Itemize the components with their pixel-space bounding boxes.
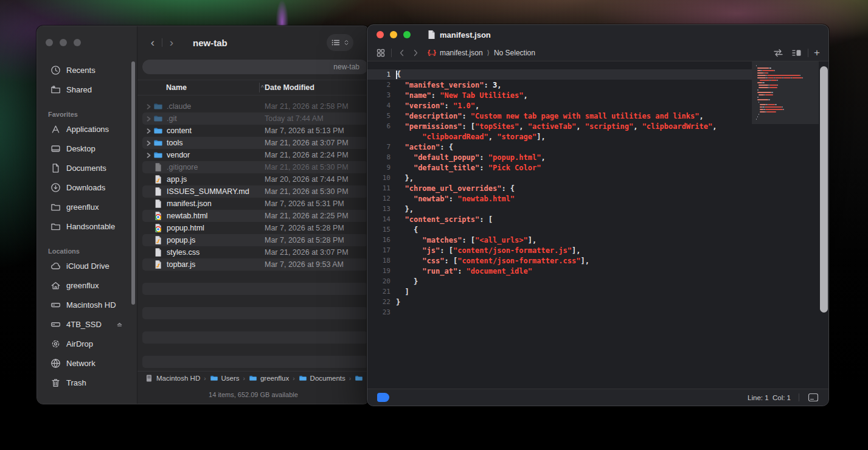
file-row-popup-js[interactable]: popup.jsMar 7, 2026 at 5:28 PM xyxy=(137,234,369,246)
code-line[interactable]: 3 "name": "New Tab Utilities", xyxy=(367,90,752,100)
code-line-current[interactable]: 1{ xyxy=(367,69,752,80)
file-row-newtab-html[interactable]: newtab.htmlMar 21, 2026 at 2:25 PM xyxy=(137,210,369,222)
column-divider[interactable] xyxy=(259,83,260,92)
new-tab-button[interactable]: + xyxy=(814,47,820,59)
sidebar-item-greenflux[interactable]: greenflux xyxy=(37,197,132,216)
disclosure-chevron-icon[interactable] xyxy=(146,153,152,158)
path-item-macintosh-hd[interactable]: Macintosh HD xyxy=(145,374,200,382)
close-button[interactable] xyxy=(377,31,384,38)
sidebar-item-label: Macintosh HD xyxy=(66,300,116,310)
code-line[interactable]: 22} xyxy=(367,297,752,307)
sidebar-item-icloud-drive[interactable]: iCloud Drive xyxy=(37,256,132,275)
file-row-claude[interactable]: .claudeMar 21, 2026 at 2:58 PM xyxy=(137,100,369,112)
sidebar-item-applications[interactable]: Applications xyxy=(37,119,132,139)
code-line[interactable]: 9 "default_title": "Pick Color" xyxy=(367,162,752,173)
file-name: newtab.html xyxy=(167,212,207,220)
code-line[interactable]: 2 "manifest_version": 3, xyxy=(367,80,752,90)
edit-indicator-icon[interactable] xyxy=(377,393,389,402)
sidebar-item-label: Handsontable xyxy=(66,222,115,231)
code-line[interactable]: 7 "action": { xyxy=(367,142,752,152)
js-file-icon xyxy=(153,175,163,184)
code-line[interactable]: 17 "js": ["content/json-formatter.js"], xyxy=(367,245,752,255)
eject-icon[interactable] xyxy=(116,320,123,328)
file-row-tools[interactable]: toolsMar 21, 2026 at 3:07 PM xyxy=(137,137,369,149)
reader-icon[interactable] xyxy=(808,393,819,402)
disclosure-chevron-icon[interactable] xyxy=(146,140,152,146)
path-item-users[interactable]: Users xyxy=(210,374,240,382)
code-line[interactable]: 23 xyxy=(367,307,752,317)
file-row-styles-css[interactable]: styles.cssMar 21, 2026 at 3:07 PM xyxy=(137,246,369,258)
zoom-button[interactable] xyxy=(74,39,81,46)
code-line[interactable]: 19 "run_at": "document_idle" xyxy=(367,266,752,276)
file-row-gitignore[interactable]: .gitignoreMar 21, 2026 at 5:30 PM xyxy=(137,161,369,173)
zoom-button[interactable] xyxy=(403,31,411,38)
code-line[interactable]: 12 "newtab": "newtab.html" xyxy=(367,193,752,204)
path-item-greenflux[interactable]: greenflux xyxy=(249,374,289,382)
sidebar-item-4tb-ssd[interactable]: 4TB_SSD xyxy=(37,314,132,334)
file-row-app-js[interactable]: app.jsMar 20, 2026 at 7:44 PM xyxy=(137,173,369,185)
sidebar-item-desktop[interactable]: Desktop xyxy=(37,139,132,158)
breadcrumb-file[interactable]: manifest.json xyxy=(440,49,483,57)
disclosure-chevron-icon[interactable] xyxy=(146,104,152,109)
back-button[interactable] xyxy=(397,48,407,58)
code-line[interactable]: 10 }, xyxy=(367,173,752,183)
folder-icon xyxy=(153,126,163,136)
folder-icon xyxy=(50,202,61,212)
code-line[interactable]: 11 "chrome_url_overrides": { xyxy=(367,183,752,193)
sidebar-scrollbar[interactable] xyxy=(131,61,135,305)
file-row-popup-html[interactable]: popup.htmlMar 7, 2026 at 5:28 PM xyxy=(137,222,369,234)
forward-button[interactable] xyxy=(411,48,420,58)
panel-layout-icon[interactable] xyxy=(791,48,802,58)
sidebar-item-label: greenflux xyxy=(66,281,99,290)
close-button[interactable] xyxy=(46,39,53,46)
minimize-button[interactable] xyxy=(60,39,67,46)
view-options-control[interactable] xyxy=(327,34,353,51)
code-line[interactable]: "clipboardRead", "storage"], xyxy=(367,131,752,142)
code-line[interactable]: 20 } xyxy=(367,276,752,286)
sidebar-item-downloads[interactable]: Downloads xyxy=(37,178,132,197)
breadcrumb-selection[interactable]: No Selection xyxy=(494,49,535,57)
sidebar-item-trash[interactable]: Trash xyxy=(37,373,132,392)
code-line[interactable]: 14 "content_scripts": [ xyxy=(367,214,752,224)
disclosure-chevron-icon[interactable] xyxy=(146,128,152,134)
file-row-git[interactable]: .gitToday at 7:44 AM xyxy=(137,112,369,125)
path-item-documents[interactable]: Documents xyxy=(299,374,345,382)
project-grid-icon[interactable] xyxy=(376,48,386,58)
code-line[interactable]: 18 "css": ["content/json-formatter.css"]… xyxy=(367,255,752,266)
sidebar-item-greenflux[interactable]: greenflux xyxy=(37,275,132,295)
minimize-button[interactable] xyxy=(390,31,397,38)
sidebar-item-handsontable[interactable]: Handsontable xyxy=(37,216,132,236)
column-header-date[interactable]: Date Modified xyxy=(265,83,314,92)
file-row-manifest-json[interactable]: manifest.jsonMar 7, 2026 at 5:31 PM xyxy=(137,198,369,210)
forward-button[interactable]: › xyxy=(165,35,178,50)
path-item-clipped[interactable] xyxy=(355,374,363,382)
minimap[interactable] xyxy=(752,61,819,389)
file-row-topbar-js[interactable]: topbar.jsMar 7, 2026 at 9:53 AM xyxy=(137,258,369,271)
vertical-scrollbar[interactable] xyxy=(820,66,828,313)
code-line[interactable]: 6 "permissions": ["topSites", "activeTab… xyxy=(367,121,752,131)
sidebar-item-documents[interactable]: Documents xyxy=(37,158,132,178)
code-line[interactable]: 13 }, xyxy=(367,204,752,214)
code-line[interactable]: 4 "version": "1.0", xyxy=(367,100,752,111)
proxy-path-field[interactable]: new-tab xyxy=(142,60,368,74)
file-name: .gitignore xyxy=(167,163,198,171)
column-header-name[interactable]: Name xyxy=(166,83,187,92)
code-line[interactable]: 15 { xyxy=(367,224,752,235)
back-button[interactable]: ‹ xyxy=(146,35,159,50)
file-row-issues-summary-md[interactable]: ISSUES_SUMMARY.mdMar 21, 2026 at 5:30 PM xyxy=(137,185,369,198)
file-date-modified: Mar 21, 2026 at 3:07 PM xyxy=(265,248,349,257)
file-row-vendor[interactable]: vendorMar 21, 2026 at 2:24 PM xyxy=(137,149,369,161)
sidebar-item-macintosh-hd[interactable]: Macintosh HD xyxy=(37,295,132,314)
code-line[interactable]: 8 "default_popup": "popup.html", xyxy=(367,152,752,162)
file-row-content[interactable]: contentMar 7, 2026 at 5:13 PM xyxy=(137,125,369,137)
code-line[interactable]: 5 "description": "Custom new tab page wi… xyxy=(367,111,752,121)
sidebar-item-recents[interactable]: Recents xyxy=(37,60,132,80)
code-line[interactable]: 21 ] xyxy=(367,286,752,297)
sidebar-item-airdrop[interactable]: AirDrop xyxy=(37,334,132,353)
sidebar-item-network[interactable]: Network xyxy=(37,353,132,373)
swap-arrows-icon[interactable] xyxy=(773,48,784,58)
code-line[interactable]: 16 "matches": ["<all_urls>"], xyxy=(367,235,752,245)
sidebar-item-shared[interactable]: Shared xyxy=(37,80,132,99)
code-area[interactable]: 1{2 "manifest_version": 3,3 "name": "New… xyxy=(367,61,828,389)
disclosure-chevron-icon[interactable] xyxy=(146,116,152,122)
